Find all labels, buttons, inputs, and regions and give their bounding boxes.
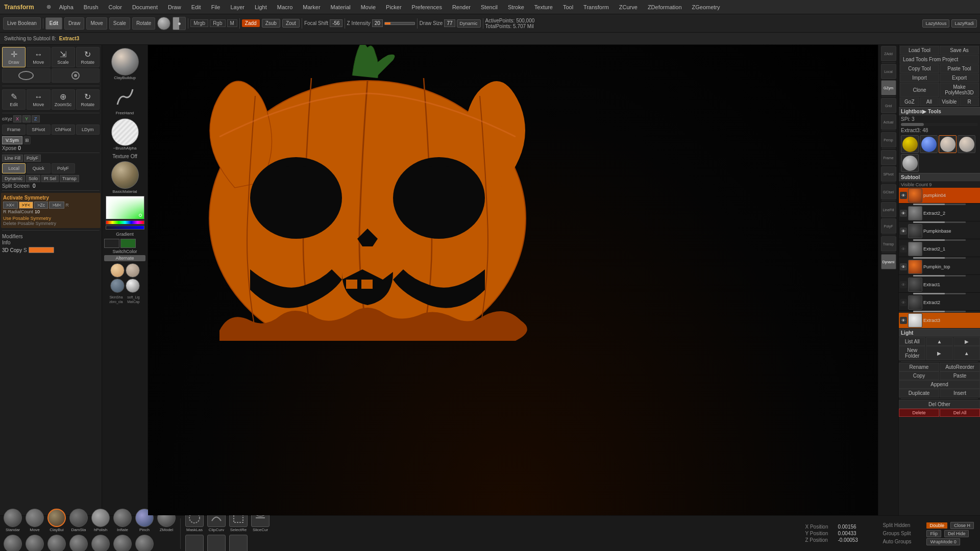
- trimcur-brush[interactable]: TrimCur: [184, 534, 205, 551]
- switch-color-btn[interactable]: SwitchColor: [104, 249, 145, 254]
- zout-btn[interactable]: Zout: [282, 19, 300, 28]
- menu-layer[interactable]: Layer: [228, 3, 247, 11]
- subtool-pumpkinbase[interactable]: 👁 Pumpkinbase: [899, 223, 980, 239]
- export-btn[interactable]: Export: [940, 73, 979, 82]
- transform-menu-label[interactable]: Transform: [4, 4, 34, 11]
- zbro-material-ball[interactable]: [110, 279, 125, 293]
- subtool-eye-pumpkinbase[interactable]: 👁: [900, 228, 907, 235]
- subtool-pumpkin-top[interactable]: 👁 Pumpkin_top: [899, 259, 980, 275]
- mrgb-btn[interactable]: Mrgb: [190, 19, 208, 27]
- selectl-brush[interactable]: SelectLa: [228, 534, 249, 551]
- menu-light[interactable]: Light: [253, 3, 269, 11]
- y-axis-btn[interactable]: >Y<: [19, 202, 34, 209]
- scale-tool-btn[interactable]: ⇲ Scale: [52, 47, 75, 67]
- zsub-btn[interactable]: Zsub: [262, 19, 280, 28]
- menu-stencil[interactable]: Stencil: [479, 3, 500, 11]
- z-axis-btn[interactable]: >Zc: [34, 202, 48, 209]
- subtool-eye-extract2-2[interactable]: 👁: [900, 210, 907, 217]
- insert-btn[interactable]: Insert: [940, 389, 980, 397]
- actual-btn[interactable]: Actual: [881, 114, 896, 130]
- subtool-eye-pumpkin-top[interactable]: 👁: [900, 263, 907, 270]
- x-axis-btn[interactable]: >X<: [3, 202, 18, 209]
- sphere-icon[interactable]: [157, 17, 170, 30]
- transform-close-icon[interactable]: ⊗: [46, 4, 51, 10]
- delete-posable-symmetry-btn[interactable]: Delete Posable Symmetry: [3, 221, 99, 226]
- dynamic-viewport-btn[interactable]: Dynami: [881, 254, 896, 269]
- subtool-extract2[interactable]: 👁 Extract2: [899, 295, 980, 311]
- skin-material-ball[interactable]: [110, 263, 125, 278]
- lightbox-tools-label[interactable]: Lightbox▶ Tools: [899, 107, 980, 116]
- subtool-pumpkin04[interactable]: 👁 pumpkin04: [899, 188, 980, 204]
- menu-draw[interactable]: Draw: [166, 3, 183, 11]
- move-brush[interactable]: Move: [24, 508, 45, 533]
- freehand-brush[interactable]: FreeHand: [104, 82, 145, 116]
- del-other-btn[interactable]: Del Other: [899, 400, 980, 409]
- list-all-btn[interactable]: List All: [899, 337, 925, 346]
- color-gradient[interactable]: [106, 196, 144, 219]
- append-btn[interactable]: Append: [899, 380, 980, 389]
- solo-btn[interactable]: Solo: [26, 175, 40, 182]
- menu-brush[interactable]: Brush: [82, 3, 101, 11]
- all-btn[interactable]: All: [920, 97, 939, 106]
- scroll-bar[interactable]: [901, 123, 978, 126]
- simpleb-thumb[interactable]: [958, 135, 975, 153]
- menu-transform[interactable]: Transform: [581, 3, 611, 11]
- delete-btn[interactable]: Delete: [899, 409, 939, 417]
- move2-tool-btn[interactable]: ↔ Move: [27, 89, 50, 110]
- zoomsc-tool-btn[interactable]: ⊕ ZoomSc: [52, 89, 75, 110]
- local-btn[interactable]: Local: [2, 163, 26, 173]
- eraseb-thumb[interactable]: [901, 154, 919, 172]
- auto-reorder-btn[interactable]: AutoReorder: [940, 363, 980, 371]
- edit-tool-btn[interactable]: ✎ Edit: [2, 89, 26, 110]
- import-btn[interactable]: Import: [900, 73, 939, 82]
- rotate-tool-btn[interactable]: ↻ Rotate: [76, 47, 100, 67]
- hpolish-brush[interactable]: hPolish: [90, 508, 111, 533]
- gzym-btn[interactable]: GZym: [881, 80, 896, 95]
- green-swatch[interactable]: [120, 239, 136, 248]
- vsym-btn[interactable]: V.Sym: [2, 136, 22, 144]
- save-as-btn[interactable]: Save As: [940, 46, 979, 55]
- zadd-viewport-btn[interactable]: ZAdd: [881, 46, 896, 61]
- alpha-half-icon[interactable]: ●: [173, 17, 186, 30]
- soft-material-ball[interactable]: [126, 263, 140, 278]
- menu-stroke[interactable]: Stroke: [506, 3, 526, 11]
- split-screen-label[interactable]: Split Screen: [2, 183, 30, 189]
- y-sym-btn[interactable]: Y: [22, 115, 31, 122]
- rename-btn[interactable]: Rename: [899, 363, 939, 371]
- ldym-btn[interactable]: LDym: [76, 124, 100, 135]
- grid-btn[interactable]: ⊞: [23, 136, 31, 144]
- arrow-right-btn[interactable]: ▶: [953, 337, 980, 346]
- menu-tool[interactable]: Tool: [561, 3, 575, 11]
- load-tools-from-project-btn[interactable]: Load Tools From Project: [900, 55, 979, 64]
- scale-btn[interactable]: Scale: [109, 17, 130, 30]
- subtool-extract2-1[interactable]: 👁 Extract2_1: [899, 241, 980, 257]
- make-polymesh3d-btn[interactable]: Make PolyMesh3D: [940, 83, 979, 97]
- dot-tool-btn[interactable]: [52, 68, 100, 83]
- subtool-eye-extract2-1[interactable]: 👁: [900, 245, 907, 253]
- subtool-extract1[interactable]: 👁 Extract1: [899, 277, 980, 293]
- basic-material-sphere[interactable]: [111, 161, 139, 189]
- edit-btn[interactable]: Edit: [45, 17, 62, 30]
- subtool-extract2-2[interactable]: 👁 Extract2_2: [899, 206, 980, 221]
- polyf-viewport-btn[interactable]: PolyF: [881, 218, 896, 234]
- threed-copy-slider[interactable]: [29, 247, 54, 253]
- x-sym-btn[interactable]: X: [13, 115, 21, 122]
- menu-document[interactable]: Document: [130, 3, 160, 11]
- snakesc-brush[interactable]: SnakeSc: [24, 534, 45, 551]
- z-sym-btn[interactable]: Z: [32, 115, 40, 122]
- alphab-thumb[interactable]: [920, 135, 938, 153]
- r-btn[interactable]: R: [960, 97, 979, 106]
- del-hide-btn[interactable]: Del Hide: [944, 530, 969, 537]
- lazy-mouse-btn[interactable]: LazyMous: [922, 19, 949, 28]
- copy-btn[interactable]: Copy: [899, 371, 939, 380]
- move-btn[interactable]: Move: [86, 17, 107, 30]
- arrow-up-btn[interactable]: ▲: [926, 337, 952, 346]
- extract3-thumb[interactable]: [939, 135, 957, 153]
- alternate-btn[interactable]: Alternate: [104, 255, 145, 261]
- frame-viewport-btn[interactable]: Frame: [881, 150, 896, 165]
- radial-value[interactable]: 10: [35, 209, 40, 214]
- flip-btn[interactable]: Flip: [926, 530, 941, 537]
- subtool-eye-extract3[interactable]: 👁: [900, 317, 907, 324]
- claybuildup-brush[interactable]: ClayBui: [46, 508, 67, 533]
- transp-viewport-btn[interactable]: Transp: [881, 236, 896, 252]
